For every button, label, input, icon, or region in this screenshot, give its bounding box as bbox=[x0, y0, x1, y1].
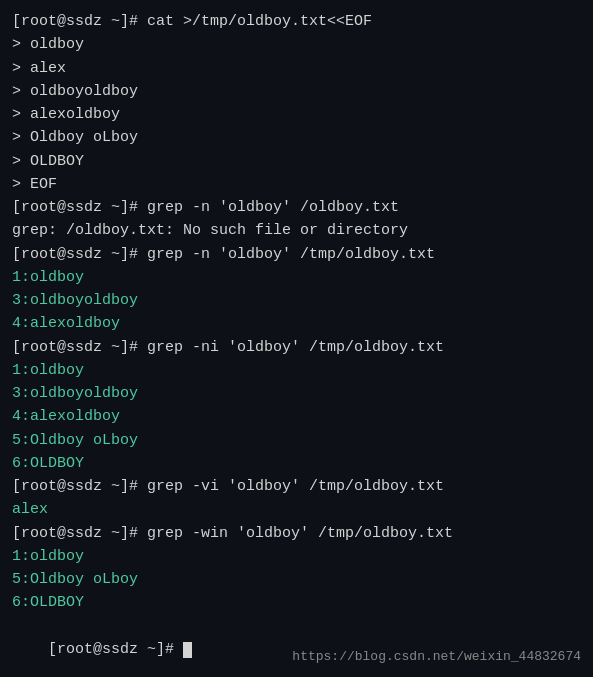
terminal-match-line: 1:oldboy bbox=[12, 545, 581, 568]
terminal-line: [root@ssdz ~]# grep -win 'oldboy' /tmp/o… bbox=[12, 522, 581, 545]
terminal-match-line: alex bbox=[12, 498, 581, 521]
terminal-match-line: 4:alexoldboy bbox=[12, 312, 581, 335]
terminal-line: > alexoldboy bbox=[12, 103, 581, 126]
terminal-line: [root@ssdz ~]# cat >/tmp/oldboy.txt<<EOF bbox=[12, 10, 581, 33]
terminal-line: [root@ssdz ~]# grep -n 'oldboy' /tmp/old… bbox=[12, 243, 581, 266]
terminal-match-line: 3:oldboyoldboy bbox=[12, 382, 581, 405]
terminal-match-line: 3:oldboyoldboy bbox=[12, 289, 581, 312]
terminal-line: > Oldboy oLboy bbox=[12, 126, 581, 149]
terminal-window: [root@ssdz ~]# cat >/tmp/oldboy.txt<<EOF… bbox=[0, 0, 593, 677]
terminal-match-line: 1:oldboy bbox=[12, 266, 581, 289]
terminal-line: > EOF bbox=[12, 173, 581, 196]
terminal-match-line: 6:OLDBOY bbox=[12, 452, 581, 475]
terminal-line: > oldboyoldboy bbox=[12, 80, 581, 103]
watermark: https://blog.csdn.net/weixin_44832674 bbox=[292, 647, 581, 667]
terminal-line: > OLDBOY bbox=[12, 150, 581, 173]
terminal-prompt-line[interactable]: [root@ssdz ~]# bbox=[12, 615, 581, 678]
terminal-line: > alex bbox=[12, 57, 581, 80]
terminal-line: [root@ssdz ~]# grep -ni 'oldboy' /tmp/ol… bbox=[12, 336, 581, 359]
terminal-match-line: 5:Oldboy oLboy bbox=[12, 568, 581, 591]
terminal-line: [root@ssdz ~]# grep -vi 'oldboy' /tmp/ol… bbox=[12, 475, 581, 498]
terminal-match-line: 1:oldboy bbox=[12, 359, 581, 382]
terminal-cursor bbox=[183, 642, 192, 658]
terminal-match-line: 4:alexoldboy bbox=[12, 405, 581, 428]
terminal-match-line: 6:OLDBOY bbox=[12, 591, 581, 614]
terminal-error-line: grep: /oldboy.txt: No such file or direc… bbox=[12, 219, 581, 242]
terminal-line: [root@ssdz ~]# grep -n 'oldboy' /oldboy.… bbox=[12, 196, 581, 219]
terminal-line: > oldboy bbox=[12, 33, 581, 56]
terminal-match-line: 5:Oldboy oLboy bbox=[12, 429, 581, 452]
